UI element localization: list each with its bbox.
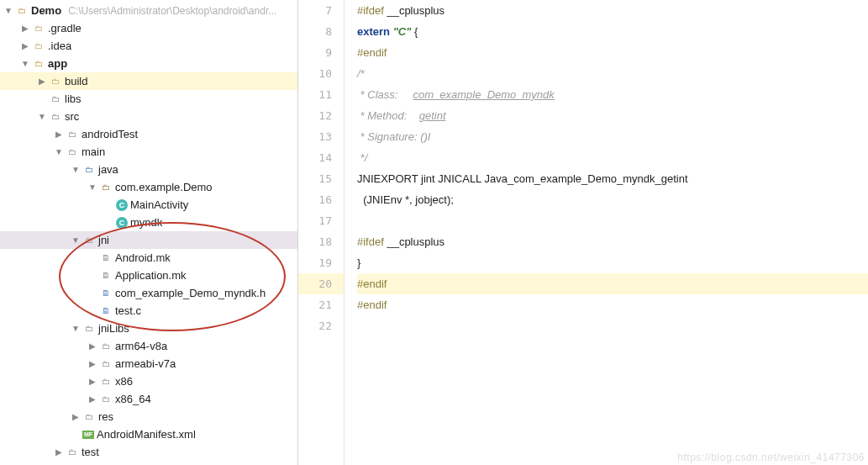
tree-item-appmk[interactable]: 🗎Application.mk (0, 267, 297, 284)
tree-item-x86-64[interactable]: ▶🗀x86_64 (0, 390, 297, 408)
folder-icon: 🗀 (82, 234, 96, 247)
line-number: 17 (298, 210, 344, 231)
folder-icon: 🗀 (99, 340, 113, 353)
c-file-icon: 🗎 (99, 304, 113, 318)
code-line[interactable]: #ifdef __cplusplus (357, 0, 868, 21)
collapse-icon[interactable]: ▼ (86, 182, 99, 192)
folder-icon: 🗀 (66, 128, 79, 141)
line-number: 19 (298, 252, 344, 273)
line-number: 11 (298, 84, 344, 105)
expand-icon[interactable]: ▶ (69, 412, 82, 421)
folder-icon: 🗀 (99, 375, 113, 388)
tree-item-manifest[interactable]: MFAndroidManifest.xml (0, 425, 297, 443)
folder-icon: 🗀 (49, 110, 62, 124)
expand-icon[interactable]: ▼ (2, 6, 15, 15)
project-tree-sidebar[interactable]: ▼ 🗀 Demo C:\Users\Administrator\Desktop\… (0, 0, 298, 465)
tree-root[interactable]: ▼ 🗀 Demo C:\Users\Administrator\Desktop\… (0, 2, 297, 19)
folder-icon: 🗀 (66, 145, 79, 159)
collapse-icon[interactable]: ▼ (52, 147, 66, 156)
code-line[interactable]: * Method: getint (357, 105, 868, 126)
watermark: https://blog.csdn.net/weixin_41477306 (677, 452, 865, 463)
code-line[interactable]: extern "C" { (357, 21, 868, 42)
line-number: 9 (298, 42, 344, 63)
line-number: 20 (298, 273, 344, 294)
tree-item-app[interactable]: ▼🗀app (0, 55, 297, 72)
tree-item-armeabi[interactable]: ▶🗀armeabi-v7a (0, 355, 297, 373)
code-line[interactable]: } (357, 252, 868, 273)
code-line[interactable]: #ifdef __cplusplus (357, 231, 868, 252)
code-line[interactable]: #endif (357, 294, 868, 315)
tree-item-header[interactable]: 🗎com_example_Demo_myndk.h (0, 284, 297, 302)
code-line[interactable]: * Signature: ()I (357, 126, 868, 147)
tree-item-androidtest[interactable]: ▶🗀androidTest (0, 125, 297, 143)
code-line[interactable]: #endif (357, 273, 868, 294)
expand-icon[interactable]: ▶ (86, 394, 99, 404)
tree-item-build[interactable]: ▶🗀build (0, 72, 297, 90)
line-number: 18 (298, 231, 344, 252)
expand-icon[interactable]: ▶ (52, 129, 66, 139)
collapse-icon[interactable]: ▼ (69, 324, 82, 333)
line-number: 12 (298, 105, 344, 126)
tree-item-java[interactable]: ▼🗀java (0, 161, 297, 178)
code-line[interactable]: */ (357, 147, 868, 168)
code-line[interactable] (357, 315, 868, 336)
expand-icon[interactable]: ▶ (86, 341, 99, 351)
code-line[interactable]: * Class: com_example_Demo_myndk (357, 84, 868, 105)
collapse-icon[interactable]: ▼ (69, 235, 82, 245)
tree-item-testc[interactable]: 🗎test.c (0, 302, 297, 320)
expand-icon[interactable]: ▶ (35, 77, 49, 86)
folder-icon: 🗀 (66, 446, 79, 459)
tree-item-mainactivity[interactable]: CMainActivity (0, 196, 297, 214)
expand-icon[interactable]: ▶ (52, 447, 66, 457)
tree-item-jnilibs[interactable]: ▼🗀jniLibs (0, 320, 297, 337)
code-line[interactable]: #endif (357, 42, 868, 63)
expand-icon[interactable]: ▶ (18, 41, 32, 50)
package-icon: 🗀 (99, 181, 113, 194)
root-label: Demo (31, 4, 61, 17)
folder-icon: 🗀 (32, 40, 45, 53)
code-editor[interactable]: #ifdef __cplusplus extern "C" { #endif /… (345, 0, 868, 465)
folder-icon: 🗀 (49, 92, 62, 106)
code-line[interactable]: (JNIEnv *, jobject); (357, 189, 868, 210)
code-line[interactable] (357, 210, 868, 231)
line-number: 16 (298, 189, 344, 210)
collapse-icon[interactable]: ▼ (35, 112, 49, 121)
folder-icon: 🗀 (49, 75, 62, 88)
line-number: 8 (298, 21, 344, 42)
code-line[interactable]: JNIEXPORT jint JNICALL Java_com_example_… (357, 168, 868, 189)
folder-icon: 🗀 (99, 357, 113, 371)
tree-item-x86[interactable]: ▶🗀x86 (0, 373, 297, 390)
tree-item-test[interactable]: ▶🗀test (0, 443, 297, 461)
tree-item-res[interactable]: ▶🗀res (0, 408, 297, 425)
folder-icon: 🗀 (82, 163, 96, 177)
tree-item-main[interactable]: ▼🗀main (0, 143, 297, 161)
line-number: 13 (298, 126, 344, 147)
expand-icon[interactable]: ▶ (86, 377, 99, 386)
collapse-icon[interactable]: ▼ (18, 59, 32, 68)
tree-item-src[interactable]: ▼🗀src (0, 108, 297, 125)
expand-icon[interactable]: ▶ (18, 24, 32, 33)
folder-icon: 🗀 (82, 410, 96, 424)
tree-item-package[interactable]: ▼🗀com.example.Demo (0, 178, 297, 196)
tree-item-jni[interactable]: ▼🗀jni (0, 231, 297, 249)
tree-item-myndk[interactable]: Cmyndk (0, 214, 297, 231)
collapse-icon[interactable]: ▼ (69, 165, 82, 174)
line-number: 15 (298, 168, 344, 189)
folder-icon: 🗀 (32, 57, 45, 71)
header-file-icon: 🗎 (99, 287, 113, 300)
tree-item-arm64[interactable]: ▶🗀arm64-v8a (0, 337, 297, 355)
code-line[interactable]: /* (357, 63, 868, 84)
folder-icon: 🗀 (82, 322, 96, 336)
tree-item-androidmk[interactable]: 🗎Android.mk (0, 249, 297, 267)
expand-icon[interactable]: ▶ (86, 359, 99, 368)
file-icon: 🗎 (99, 269, 113, 283)
line-number: 14 (298, 147, 344, 168)
class-icon: C (116, 217, 128, 229)
line-number: 10 (298, 63, 344, 84)
tree-item-idea[interactable]: ▶🗀.idea (0, 37, 297, 55)
folder-icon: 🗀 (15, 4, 29, 18)
tree-item-gradle[interactable]: ▶🗀.gradle (0, 19, 297, 37)
tree-item-libs[interactable]: 🗀libs (0, 90, 297, 108)
line-number-gutter: 7 8 9 10 11 12 13 14 15 16 17 18 19 20 2… (298, 0, 345, 465)
folder-icon: 🗀 (32, 22, 45, 35)
